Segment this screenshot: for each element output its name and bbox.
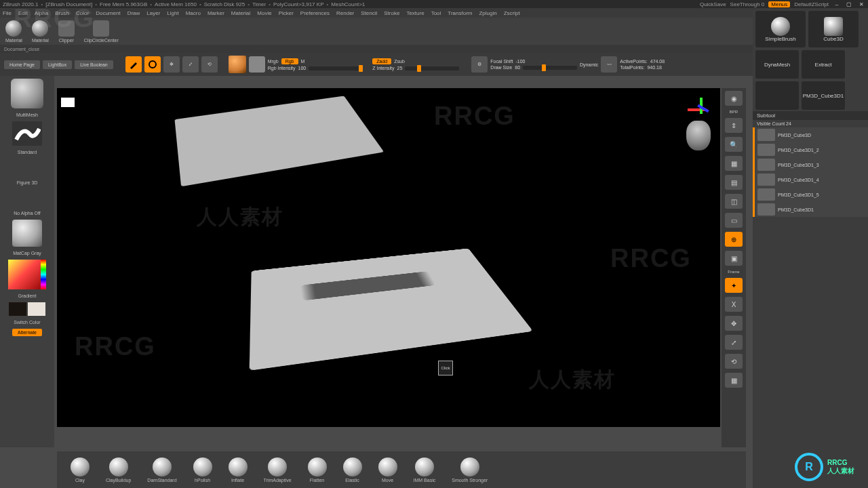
menu-item[interactable]: Light: [167, 10, 178, 16]
menu-item[interactable]: Picker: [279, 10, 294, 16]
zoom-button[interactable]: 🔍: [725, 137, 743, 152]
dynamic-toggle[interactable]: Dynamic: [580, 62, 598, 67]
menu-item[interactable]: Zscript: [504, 10, 520, 16]
menu-item[interactable]: Color: [76, 10, 89, 16]
seethrough-slider[interactable]: SeeThrough 0: [730, 1, 765, 7]
menu-item[interactable]: Stroke: [384, 10, 399, 16]
scale-view-button[interactable]: ⤢: [725, 335, 743, 350]
menu-item[interactable]: Render: [336, 10, 354, 16]
lightbox-button[interactable]: LightBox: [43, 60, 72, 69]
brush-shortcut[interactable]: hPolish: [193, 458, 212, 483]
default-script[interactable]: DefaultZScript: [794, 1, 829, 7]
alternate-button[interactable]: Alternate: [12, 329, 42, 336]
homepage-button[interactable]: Home Page: [4, 60, 40, 69]
brush-shortcut[interactable]: TrimAdaptive: [264, 458, 292, 483]
shelf-material2[interactable]: Material: [32, 20, 49, 43]
actual-button[interactable]: ▦: [725, 156, 743, 171]
menu-item[interactable]: Macro: [186, 10, 201, 16]
aahalf-button[interactable]: ▤: [725, 175, 743, 190]
menu-item[interactable]: Tool: [431, 10, 441, 16]
switch-color-button[interactable]: Switch Color: [14, 320, 40, 325]
draw-size-slider[interactable]: [523, 66, 577, 70]
menu-item[interactable]: Movie: [257, 10, 271, 16]
close-icon[interactable]: ✕: [857, 0, 865, 8]
zintensity-slider[interactable]: [405, 66, 459, 70]
brush-shortcut[interactable]: Flatten: [308, 458, 327, 483]
color-swatches[interactable]: [9, 302, 45, 316]
tool-preview-main[interactable]: SimpleBrush: [755, 11, 806, 47]
m-toggle[interactable]: M: [301, 59, 305, 64]
tool-preview-secondary[interactable]: Cube3D: [808, 11, 859, 47]
subtool-item[interactable]: PM3D_Cube3D1: [753, 202, 868, 217]
brush-shortcut[interactable]: Move: [378, 458, 397, 483]
mrgb-label[interactable]: Mrgb: [268, 59, 279, 64]
brush-shortcut[interactable]: DamStandard: [147, 458, 176, 483]
brush-shortcut[interactable]: ClayBuildup: [106, 458, 131, 483]
rgb-intensity-slider[interactable]: [309, 66, 363, 70]
material-thumbnail[interactable]: [12, 220, 42, 247]
subtool-item[interactable]: PM3D_Cube3D1_4: [753, 172, 868, 187]
menu-item[interactable]: Document: [96, 10, 120, 16]
menus-toggle[interactable]: Menus: [768, 1, 790, 7]
tool-small[interactable]: [755, 81, 799, 110]
draw-mode-button[interactable]: [144, 56, 161, 73]
minimize-icon[interactable]: –: [833, 0, 841, 8]
brush-shortcut[interactable]: Clay: [71, 458, 90, 483]
rotate-view-button[interactable]: ⟲: [725, 354, 743, 369]
brush-config-icon[interactable]: ⚙: [471, 56, 488, 73]
scroll-button[interactable]: ⇕: [725, 118, 743, 133]
frame-button[interactable]: ▣: [725, 251, 743, 266]
subtool-item[interactable]: PM3D_Cube3D1_5: [753, 187, 868, 202]
floor-button[interactable]: ▭: [725, 213, 743, 228]
menu-item[interactable]: Texture: [406, 10, 424, 16]
subtool-item[interactable]: PM3D_Cube3D1_2: [753, 142, 868, 157]
menu-item[interactable]: File: [3, 10, 12, 16]
local-button[interactable]: ⊕: [725, 232, 743, 247]
zadd-toggle[interactable]: Zadd: [372, 58, 391, 64]
menu-item[interactable]: Transform: [448, 10, 472, 16]
camera-reference-head[interactable]: [686, 121, 711, 150]
material-preview[interactable]: [229, 56, 246, 73]
subtool-item[interactable]: PM3D_Cube3D: [753, 127, 868, 142]
edit-mode-button[interactable]: [125, 56, 142, 73]
scale-mode-button[interactable]: ⤢: [182, 56, 199, 73]
brush-shortcut[interactable]: Inflate: [229, 458, 248, 483]
model-piece-top[interactable]: [174, 96, 384, 186]
menu-item[interactable]: Material: [231, 10, 250, 16]
secondary-color[interactable]: [9, 302, 26, 316]
brush-shortcut[interactable]: IMM Basic: [414, 458, 436, 483]
rgb-toggle[interactable]: Rgb: [281, 58, 298, 64]
shelf-clipper[interactable]: Clipper: [58, 20, 75, 43]
quicksave-button[interactable]: QuickSave: [700, 1, 726, 7]
menu-item[interactable]: Brush: [55, 10, 69, 16]
menu-item[interactable]: Stencil: [361, 10, 377, 16]
menu-item[interactable]: Preferences: [300, 10, 330, 16]
tool-small[interactable]: PM3D_Cube3D1: [802, 81, 845, 110]
tool-thumbnail[interactable]: [11, 79, 43, 108]
menu-item[interactable]: Marker: [208, 10, 224, 16]
polyframe-button[interactable]: ▦: [725, 373, 743, 388]
primary-color[interactable]: [28, 302, 45, 316]
brush-shortcut[interactable]: Smooth Stronger: [452, 458, 488, 483]
tool-small[interactable]: DynaMesh: [755, 50, 799, 79]
live-boolean-button[interactable]: Live Boolean: [75, 60, 113, 69]
sym-x-button[interactable]: X: [725, 297, 743, 312]
menu-item[interactable]: Alpha: [35, 10, 48, 16]
menu-item[interactable]: Draw: [127, 10, 140, 16]
color-picker[interactable]: [8, 260, 46, 289]
move-view-button[interactable]: ✥: [725, 316, 743, 331]
tool-small[interactable]: Extract: [802, 50, 845, 79]
gradient-toggle[interactable]: Gradient: [18, 293, 37, 298]
subtool-item[interactable]: PM3D_Cube3D1_3: [753, 157, 868, 172]
xpose-button[interactable]: ✦: [725, 278, 743, 293]
brush-curve-icon[interactable]: 〰: [601, 56, 617, 73]
stroke-name[interactable]: Figure 3D: [17, 180, 38, 185]
bpr-button[interactable]: ◉: [725, 91, 743, 106]
axis-gizmo[interactable]: [688, 98, 712, 122]
color-swatch[interactable]: [249, 56, 265, 73]
menu-item[interactable]: Layer: [146, 10, 160, 16]
brush-shortcut[interactable]: Elastic: [343, 458, 362, 483]
move-mode-button[interactable]: ✥: [163, 56, 180, 73]
shelf-material[interactable]: Material: [5, 20, 22, 43]
menu-item[interactable]: Zplugin: [479, 10, 496, 16]
